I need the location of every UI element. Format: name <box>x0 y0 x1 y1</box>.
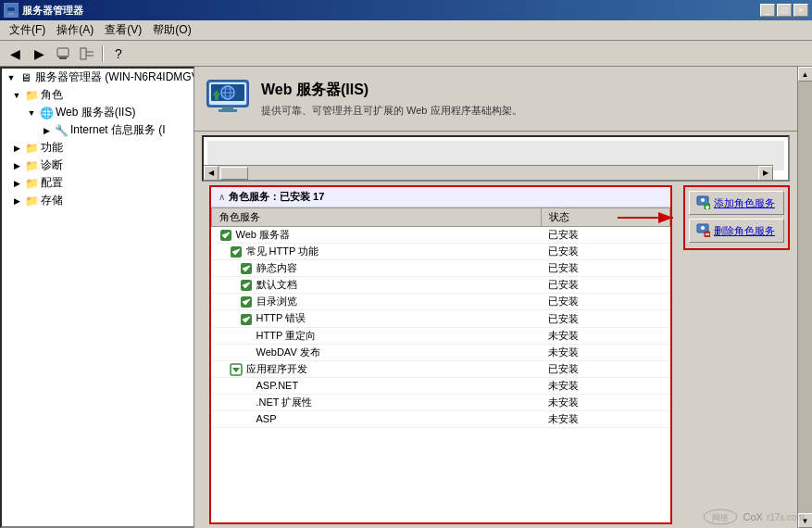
tree-internet-info[interactable]: ▶ 🔧 Internet 信息服务 (I <box>2 121 194 139</box>
scroll-right-arrow[interactable]: ▶ <box>758 166 773 181</box>
close-button[interactable]: × <box>793 4 808 17</box>
title-bar: 服务器管理器 _ □ × <box>0 0 812 20</box>
tree-diagnostics[interactable]: ▶ 📁 诊断 <box>2 157 194 174</box>
collapse-icon[interactable]: ∧ <box>219 192 225 202</box>
config-icon: 📁 <box>24 176 39 191</box>
scroll-up-arrow[interactable]: ▲ <box>798 67 813 82</box>
svg-rect-6 <box>81 48 86 59</box>
menu-file[interactable]: 文件(F) <box>4 20 51 40</box>
scroll-area[interactable]: ◀ ▶ <box>202 135 790 182</box>
table-row: HTTP 错误已安装 <box>212 310 670 327</box>
tree-expand-internet[interactable]: ▶ <box>39 123 54 138</box>
role-name-cell: WebDAV 发布 <box>212 344 542 360</box>
role-status-cell: 未安装 <box>541 327 669 344</box>
role-status-cell: 已安装 <box>541 227 669 244</box>
add-icon <box>695 195 710 211</box>
action-panel-bordered: 添加角色服务 删除角色服务 <box>683 185 790 250</box>
title-bar-left: 服务器管理器 <box>4 3 83 18</box>
horizontal-scrollbar[interactable]: ◀ ▶ <box>204 165 773 180</box>
tree-expand-config[interactable]: ▶ <box>9 176 24 191</box>
svg-rect-20 <box>215 95 219 100</box>
svg-point-41 <box>701 226 705 230</box>
remove-icon <box>695 222 710 239</box>
tree-expand-diagnostics[interactable]: ▶ <box>9 158 24 173</box>
scroll-thumb[interactable] <box>220 167 248 180</box>
tree-diagnostics-label: 诊断 <box>41 157 63 173</box>
menu-view[interactable]: 查看(V) <box>99 20 147 40</box>
maximize-button[interactable]: □ <box>777 4 792 17</box>
roles-icon: 📁 <box>24 88 39 103</box>
menu-action[interactable]: 操作(A) <box>51 20 99 40</box>
tree-storage[interactable]: ▶ 📁 存储 <box>2 192 194 209</box>
tree-expand-iis[interactable]: ▼ <box>24 106 39 120</box>
col-status: 状态 <box>541 208 669 227</box>
roles-data-table: 角色服务 状态 Web 服务器已安装 常见 HTTP 功能已安装 静态内容已安装… <box>211 207 670 428</box>
watermark: 网络 CoX r17s.com <box>702 508 805 526</box>
table-row: 静态内容已安装 <box>212 260 670 277</box>
add-role-label: 添加角色服务 <box>714 196 775 210</box>
tree-expand-storage[interactable]: ▶ <box>9 194 24 208</box>
scroll-track[interactable] <box>798 82 812 513</box>
console-tree-button[interactable] <box>76 44 98 64</box>
toolbar-separator <box>102 45 104 62</box>
svg-text:网络: 网络 <box>712 513 729 522</box>
minimize-button[interactable]: _ <box>760 4 775 17</box>
role-status-cell: 已安装 <box>541 294 669 310</box>
tree-root-label: 服务器管理器 (WIN-N6R4IDMGV6 <box>35 69 194 85</box>
tree-iis[interactable]: ▼ 🌐 Web 服务器(IIS) <box>2 104 194 121</box>
forward-button[interactable]: ▶ <box>28 44 50 64</box>
remove-role-services-button[interactable]: 删除角色服务 <box>689 219 784 243</box>
scroll-left-arrow[interactable]: ◀ <box>204 166 219 181</box>
remove-role-label: 删除角色服务 <box>714 224 775 238</box>
menu-help[interactable]: 帮助(O) <box>147 20 196 40</box>
role-name-cell: 默认文档 <box>212 277 542 294</box>
role-name-cell: HTTP 重定向 <box>212 327 542 344</box>
diagnostics-icon: 📁 <box>24 158 39 173</box>
roles-section: ∧ 角色服务：已安装 17 角色服务 状态 Web 服务器已安装 常见 HTTP… <box>209 185 672 524</box>
role-status-cell: 未安装 <box>541 410 669 427</box>
title-bar-controls[interactable]: _ □ × <box>760 4 808 17</box>
up-button[interactable] <box>52 44 74 64</box>
tree-expand-features[interactable]: ▶ <box>9 141 24 156</box>
content-header: Web 服务器(IIS) 提供可靠、可管理并且可扩展的 Web 应用程序基础构架… <box>194 67 797 132</box>
title-bar-title: 服务器管理器 <box>22 4 83 18</box>
svg-rect-5 <box>59 57 67 59</box>
tree-expand-root[interactable]: ▼ <box>4 70 19 85</box>
content-header-text: Web 服务器(IIS) 提供可靠、可管理并且可扩展的 Web 应用程序基础构架… <box>261 81 522 118</box>
tree-internet-label: Internet 信息服务 (I <box>70 122 166 138</box>
tree-roles[interactable]: ▼ 📁 角色 <box>2 86 194 104</box>
roles-header: ∧ 角色服务：已安装 17 <box>211 187 670 207</box>
watermark-text: CoX <box>743 511 762 522</box>
table-row: Web 服务器已安装 <box>212 227 670 244</box>
help-button[interactable]: ? <box>107 44 130 64</box>
role-name-cell: ASP.NET <box>212 377 542 394</box>
tree-roles-label: 角色 <box>41 87 63 103</box>
tree-features[interactable]: ▶ 📁 功能 <box>2 139 194 157</box>
iis-tree-icon: 🌐 <box>39 106 54 120</box>
tree-config-label: 配置 <box>41 175 63 191</box>
table-row: .NET 扩展性未安装 <box>212 394 670 410</box>
svg-rect-1 <box>7 7 15 11</box>
col-role-service: 角色服务 <box>212 208 542 227</box>
svg-rect-18 <box>219 109 237 112</box>
tree-config[interactable]: ▶ 📁 配置 <box>2 174 194 192</box>
tree-features-label: 功能 <box>41 140 63 156</box>
role-name-cell: 目录浏览 <box>212 294 542 310</box>
role-name-cell: 常见 HTTP 功能 <box>212 244 542 260</box>
table-row: 应用程序开发已安装 <box>212 360 670 377</box>
menu-bar: 文件(F) 操作(A) 查看(V) 帮助(O) <box>0 20 812 41</box>
features-icon: 📁 <box>24 141 39 156</box>
tree-root[interactable]: ▼ 🖥 服务器管理器 (WIN-N6R4IDMGV6 <box>2 69 194 86</box>
content-header-icon <box>206 77 250 121</box>
role-name-cell: HTTP 错误 <box>212 310 542 327</box>
role-status-cell: 未安装 <box>541 377 669 394</box>
add-role-services-button[interactable]: 添加角色服务 <box>689 191 784 215</box>
svg-rect-17 <box>222 107 233 109</box>
svg-rect-2 <box>8 13 14 15</box>
table-row: 常见 HTTP 功能已安装 <box>212 244 670 260</box>
tree-expand-roles[interactable]: ▼ <box>9 88 24 103</box>
tree-storage-label: 存储 <box>41 193 63 208</box>
table-row: 默认文档已安装 <box>212 277 670 294</box>
role-name-cell: .NET 扩展性 <box>212 394 542 410</box>
back-button[interactable]: ◀ <box>4 44 26 64</box>
